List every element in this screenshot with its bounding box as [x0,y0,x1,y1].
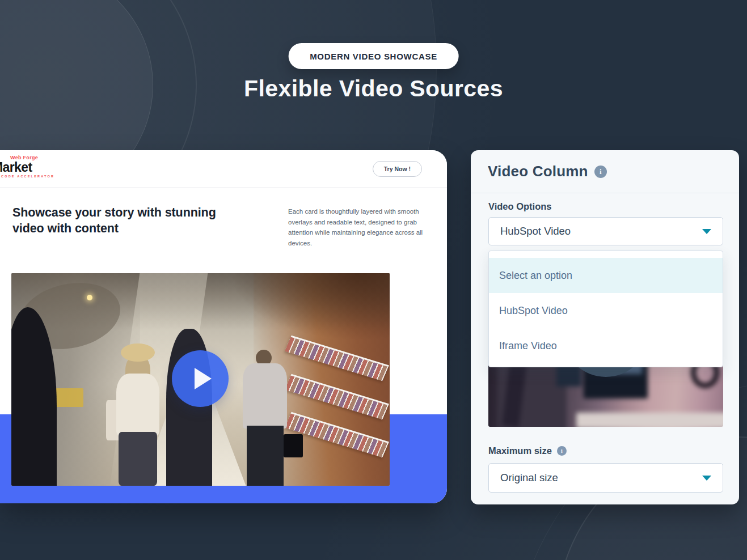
maximum-size-label-text: Maximum size [488,446,552,456]
hero-description: Each card is thoughtfully layered with s… [288,206,434,249]
scene-shape [284,434,303,457]
mockup-navbar: Web Forge Market CODE ACCELERATOR Try No… [0,150,447,188]
scene-person [238,350,291,486]
chevron-down-icon [702,229,711,234]
scene-shape [243,363,287,429]
video-options-selected-value: HubSpot Video [500,225,571,237]
hero-section: Showcase your story with stunning video … [12,205,434,249]
hero-heading: Showcase your story with stunning video … [12,205,225,249]
logo-main-text: Market [0,161,54,174]
panel-title-row: Video Column [488,163,607,180]
video-thumbnail[interactable] [11,273,390,486]
scene-shape [220,273,390,346]
play-icon [195,368,212,389]
play-button[interactable] [172,350,229,407]
maximum-size-label: Maximum size [488,446,567,456]
panel-title: Video Column [488,163,588,180]
browser-mockup-card: Web Forge Market CODE ACCELERATOR Try No… [0,150,447,503]
info-icon[interactable] [557,446,567,456]
scene-person [109,343,166,486]
logo-sub-text: CODE ACCELERATOR [0,175,54,179]
brand-logo: Web Forge Market CODE ACCELERATOR [0,155,54,179]
video-options-select[interactable]: HubSpot Video [488,217,723,245]
scene-shape [116,374,159,436]
try-now-button[interactable]: Try Now ! [373,161,422,177]
chevron-down-icon [702,476,711,481]
divider [471,193,739,193]
video-options-dropdown: Select an option HubSpot Video Iframe Vi… [488,251,723,367]
dropdown-option-hubspot-video[interactable]: HubSpot Video [489,293,723,328]
video-column-panel: Video Column Video Options HubSpot Video [471,150,739,504]
dropdown-option-iframe-video[interactable]: Iframe Video [489,328,723,363]
scene-shape [121,343,155,362]
scene-shape [247,426,284,486]
page-title: Flexible Video Sources [0,75,747,102]
page-background: MODERN VIDEO SHOWCASE Flexible Video Sou… [0,0,747,560]
maximum-size-selected-value: Original size [500,472,558,484]
video-options-label-text: Video Options [488,201,552,212]
maximum-size-select[interactable]: Original size [488,463,723,493]
video-options-label: Video Options [488,201,552,212]
scene-shape [87,295,92,300]
section-badge: MODERN VIDEO SHOWCASE [288,43,459,69]
info-icon[interactable] [594,166,607,178]
preview-shape [576,413,723,427]
dropdown-option-select-an-option[interactable]: Select an option [489,258,723,293]
scene-shape [119,432,157,486]
